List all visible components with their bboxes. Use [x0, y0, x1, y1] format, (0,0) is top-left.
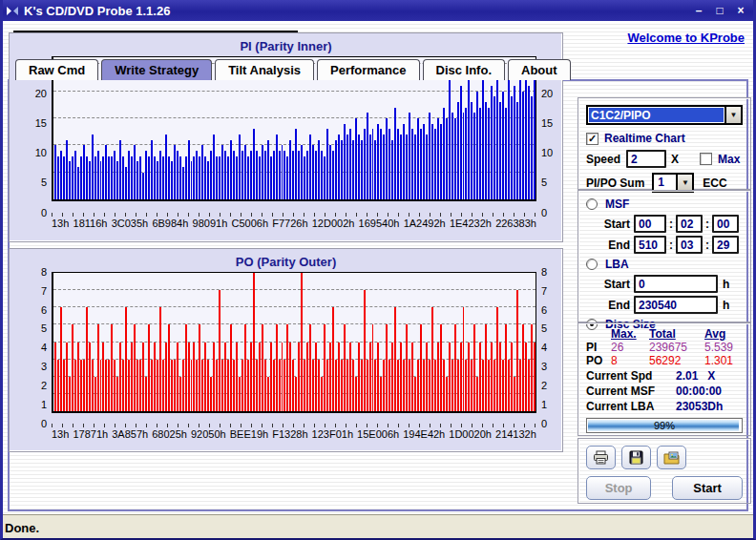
maximize-icon[interactable]: □ — [712, 4, 727, 18]
y-axis-label: 5 — [41, 322, 47, 334]
bar — [473, 324, 475, 411]
bar — [284, 360, 285, 411]
x-axis-label: 226383h — [495, 218, 536, 229]
bar — [460, 343, 462, 412]
bar — [131, 343, 133, 412]
bar — [298, 343, 300, 412]
close-icon[interactable]: × — [733, 4, 748, 18]
x-axis-label: 13h — [52, 218, 69, 229]
bar — [151, 140, 153, 199]
bars — [54, 273, 535, 411]
export-image-button[interactable] — [657, 446, 686, 469]
tab-tilt-analysis[interactable]: Tilt Analysis — [215, 59, 314, 80]
bar — [134, 145, 136, 199]
print-button[interactable] — [586, 446, 616, 469]
chevron-down-icon[interactable]: ▼ — [676, 175, 692, 191]
bar — [236, 343, 238, 412]
bar — [262, 324, 263, 411]
tab-disc-info[interactable]: Disc Info. — [423, 59, 506, 80]
bar — [86, 307, 88, 411]
bar — [162, 360, 164, 411]
bar — [355, 118, 357, 199]
bar — [423, 360, 425, 411]
lba-end-input[interactable]: 230540 — [634, 296, 718, 314]
msf-start-frame[interactable]: 00 — [712, 215, 739, 233]
mode-select[interactable]: C1C2/PIPO ▼ — [586, 105, 743, 125]
title-bar: K's CD/DVD Probe 1.1.26 – □ × — [0, 0, 756, 21]
bar — [244, 145, 246, 199]
bar — [309, 324, 311, 411]
bar — [279, 360, 281, 411]
bar — [210, 377, 212, 411]
lba-radio[interactable] — [586, 259, 598, 270]
bar — [165, 135, 167, 199]
lba-start-input[interactable]: 0 — [634, 275, 718, 293]
bar — [219, 156, 220, 199]
bar — [216, 156, 218, 199]
bar — [344, 324, 346, 411]
bar — [429, 113, 430, 199]
x-axis-label: 123F01h — [312, 428, 353, 440]
msf-end-frame[interactable]: 29 — [712, 236, 739, 254]
msf-radio[interactable] — [586, 198, 598, 210]
bar — [516, 290, 518, 411]
msf-end-sec[interactable]: 03 — [676, 236, 703, 254]
bar — [60, 307, 62, 411]
max-checkbox[interactable] — [700, 153, 712, 165]
bar — [92, 135, 94, 199]
bar — [224, 343, 226, 412]
bar — [253, 129, 255, 199]
tab-write-strategy[interactable]: Write Strategy — [101, 59, 212, 80]
bar — [525, 343, 527, 412]
speed-input[interactable]: 2 — [626, 150, 666, 168]
y-axis-label: 0 — [541, 418, 547, 429]
max-label: Max — [718, 153, 740, 166]
bar — [63, 360, 65, 411]
current-lba-value: 23053Dh — [676, 400, 743, 413]
bar — [148, 156, 150, 199]
bar — [380, 377, 382, 411]
start-button[interactable]: Start — [672, 476, 743, 500]
bar — [388, 360, 390, 411]
bar — [329, 145, 331, 199]
bar — [391, 343, 393, 412]
bar — [452, 360, 453, 411]
stop-button[interactable]: Stop — [586, 476, 651, 500]
bar — [449, 343, 451, 412]
bar — [372, 129, 374, 199]
printer-icon — [593, 450, 609, 465]
msf-end-min[interactable]: 510 — [634, 236, 666, 254]
welcome-link[interactable]: Welcome to KProbe — [627, 31, 745, 45]
minimize-icon[interactable]: – — [691, 4, 706, 18]
msf-start-sec[interactable]: 02 — [676, 215, 703, 233]
bar — [315, 151, 317, 199]
tab-performance[interactable]: Performance — [317, 59, 419, 80]
bar — [201, 145, 203, 199]
bar — [227, 156, 229, 199]
bar — [338, 343, 340, 412]
bar — [69, 161, 71, 199]
bar — [394, 108, 396, 199]
bar — [201, 360, 203, 411]
speed-label: Speed — [586, 153, 620, 166]
bar — [221, 145, 223, 199]
bar — [111, 156, 113, 199]
bar — [177, 151, 178, 199]
y-axis-label: 1 — [41, 399, 47, 410]
bar — [406, 324, 408, 411]
msf-start-min[interactable]: 00 — [634, 215, 666, 233]
bar — [262, 145, 263, 199]
tab-about[interactable]: About — [508, 59, 571, 80]
realtime-chart-checkbox[interactable]: ✓ — [586, 133, 598, 145]
bar — [256, 360, 258, 411]
bar — [403, 360, 405, 411]
pi-row-label: PI — [586, 341, 611, 354]
tab-raw-cmd[interactable]: Raw Cmd — [15, 59, 98, 80]
bar — [465, 360, 467, 411]
chevron-down-icon[interactable]: ▼ — [724, 107, 741, 123]
x-axis-label: C5006h — [231, 218, 268, 229]
image-icon — [663, 451, 680, 465]
save-button[interactable] — [621, 446, 651, 469]
bar — [289, 343, 291, 412]
lba-start-label: Start — [599, 278, 630, 291]
